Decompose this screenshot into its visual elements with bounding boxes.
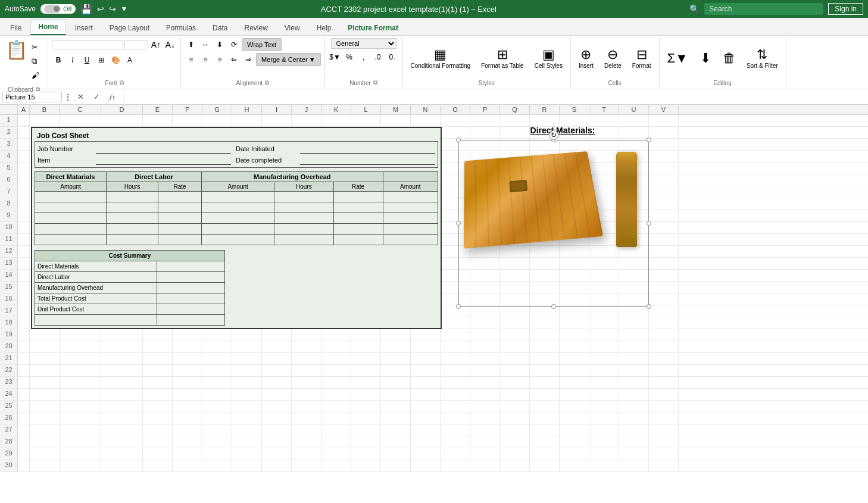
cell-P20[interactable] — [470, 341, 500, 352]
cell-F19[interactable] — [173, 329, 202, 340]
cell-T4[interactable] — [589, 151, 619, 162]
cell-Q7[interactable] — [500, 186, 530, 198]
font-size-increase-button[interactable]: A↑ — [149, 38, 163, 51]
cell-E9[interactable] — [143, 210, 173, 221]
cell-S16[interactable] — [560, 293, 589, 305]
cell-T22[interactable] — [589, 365, 619, 376]
cell-A13[interactable] — [18, 258, 30, 269]
cell-K18[interactable] — [321, 317, 351, 329]
cell-V27[interactable] — [649, 424, 679, 436]
cell-J2[interactable] — [292, 127, 321, 138]
cell-L7[interactable] — [351, 186, 381, 198]
cell-U29[interactable] — [619, 448, 649, 460]
cell-N2[interactable] — [411, 127, 441, 138]
cell-U9[interactable] — [619, 210, 649, 221]
cell-O30[interactable] — [441, 460, 470, 471]
cell-S13[interactable] — [560, 258, 589, 269]
cell-O4[interactable] — [441, 151, 470, 162]
format-as-table-button[interactable]: ⊞ Format as Table — [477, 45, 528, 72]
cell-L20[interactable] — [351, 341, 381, 352]
cell-H14[interactable] — [232, 270, 262, 281]
col-header-T[interactable]: T — [589, 105, 619, 114]
cell-F13[interactable] — [173, 258, 202, 269]
cell-S1[interactable] — [560, 115, 589, 126]
cell-E21[interactable] — [143, 353, 173, 364]
cell-L21[interactable] — [351, 353, 381, 364]
cell-C4[interactable] — [60, 151, 101, 162]
cell-N11[interactable] — [411, 234, 441, 245]
cell-O2[interactable] — [441, 127, 470, 138]
cell-D17[interactable] — [101, 305, 143, 317]
cell-G28[interactable] — [202, 436, 232, 448]
cell-J23[interactable] — [292, 377, 321, 388]
cell-K6[interactable] — [321, 174, 351, 186]
cell-B24[interactable] — [30, 389, 60, 400]
cell-S14[interactable] — [560, 270, 589, 281]
cell-V23[interactable] — [649, 377, 679, 388]
cell-D8[interactable] — [101, 198, 143, 210]
cell-D20[interactable] — [101, 341, 143, 352]
cell-A14[interactable] — [18, 270, 30, 281]
cell-R5[interactable] — [530, 163, 560, 174]
formula-bar-menu-icon[interactable]: ⋮ — [64, 93, 71, 101]
cell-S12[interactable] — [560, 246, 589, 257]
cell-S15[interactable] — [560, 282, 589, 293]
cell-H1[interactable] — [232, 115, 262, 126]
autosave-toggle-switch[interactable] — [44, 5, 61, 13]
cell-A20[interactable] — [18, 341, 30, 352]
cell-Q14[interactable] — [500, 270, 530, 281]
cell-C18[interactable] — [60, 317, 101, 329]
cell-R27[interactable] — [530, 424, 560, 436]
cell-S10[interactable] — [560, 222, 589, 233]
cell-C12[interactable] — [60, 246, 101, 257]
cell-M5[interactable] — [381, 163, 411, 174]
cell-Q8[interactable] — [500, 198, 530, 210]
cell-D29[interactable] — [101, 448, 143, 460]
cell-J20[interactable] — [292, 341, 321, 352]
cell-R16[interactable] — [530, 293, 560, 305]
cell-M10[interactable] — [381, 222, 411, 233]
cell-T27[interactable] — [589, 424, 619, 436]
cell-E14[interactable] — [143, 270, 173, 281]
cell-G15[interactable] — [202, 282, 232, 293]
cell-B29[interactable] — [30, 448, 60, 460]
col-header-S[interactable]: S — [560, 105, 589, 114]
cell-L29[interactable] — [351, 448, 381, 460]
cell-V1[interactable] — [649, 115, 679, 126]
cell-N23[interactable] — [411, 377, 441, 388]
cell-U17[interactable] — [619, 305, 649, 317]
cell-B12[interactable] — [30, 246, 60, 257]
tab-file[interactable]: File — [2, 20, 29, 35]
cell-K5[interactable] — [321, 163, 351, 174]
cell-P26[interactable] — [470, 413, 500, 424]
cell-M25[interactable] — [381, 401, 411, 412]
cell-S29[interactable] — [560, 448, 589, 460]
cell-P25[interactable] — [470, 401, 500, 412]
cell-A12[interactable] — [18, 246, 30, 257]
cell-U14[interactable] — [619, 270, 649, 281]
cell-F14[interactable] — [173, 270, 202, 281]
cell-T12[interactable] — [589, 246, 619, 257]
cell-O17[interactable] — [441, 305, 470, 317]
cell-P28[interactable] — [470, 436, 500, 448]
font-color-button[interactable]: A — [123, 54, 136, 67]
signin-button[interactable]: Sign in — [828, 3, 863, 15]
cell-D3[interactable] — [101, 139, 143, 150]
cell-J17[interactable] — [292, 305, 321, 317]
cell-F2[interactable] — [173, 127, 202, 138]
cell-A17[interactable] — [18, 305, 30, 317]
cell-N27[interactable] — [411, 424, 441, 436]
cell-E1[interactable] — [143, 115, 173, 126]
cell-G5[interactable] — [202, 163, 232, 174]
cell-G26[interactable] — [202, 413, 232, 424]
cell-N7[interactable] — [411, 186, 441, 198]
cell-H19[interactable] — [232, 329, 262, 340]
cell-A15[interactable] — [18, 282, 30, 293]
cell-M17[interactable] — [381, 305, 411, 317]
cell-M21[interactable] — [381, 353, 411, 364]
cell-D9[interactable] — [101, 210, 143, 221]
col-header-V[interactable]: V — [649, 105, 679, 114]
cell-O6[interactable] — [441, 174, 470, 186]
col-header-D[interactable]: D — [101, 105, 143, 114]
cell-H30[interactable] — [232, 460, 262, 471]
